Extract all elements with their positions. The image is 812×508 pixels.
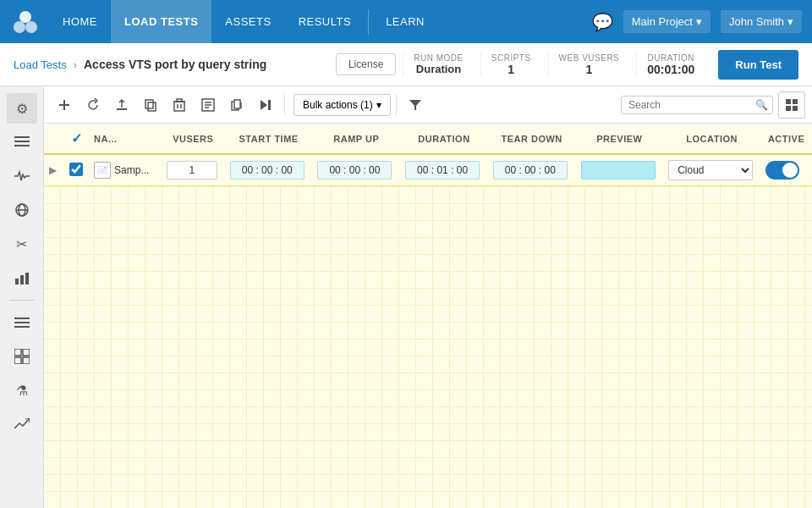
bulk-actions-dropdown-icon: ▾ xyxy=(376,99,381,111)
project-selector[interactable]: Main Project ▾ xyxy=(623,10,710,33)
table-row: ▶ 📄 Samp... xyxy=(44,154,812,186)
nav-right: 💬 Main Project ▾ John Smith ▾ xyxy=(592,10,802,33)
ramp-up-column-header: RAMP UP xyxy=(312,124,400,154)
view-toggle-button[interactable] xyxy=(778,91,805,119)
row-preview-cell xyxy=(576,154,664,186)
ramp-up-input[interactable] xyxy=(317,161,392,179)
svg-rect-32 xyxy=(234,100,240,108)
table-container: ✓ NA... VUSERS START TIME RAMP UP DURATI… xyxy=(44,124,812,508)
project-name: Main Project xyxy=(632,15,693,28)
sidebar-icon-list[interactable] xyxy=(7,127,37,157)
chat-icon[interactable]: 💬 xyxy=(592,12,613,32)
table-header-row: ✓ NA... VUSERS START TIME RAMP UP DURATI… xyxy=(44,124,812,154)
sidebar-icon-grid[interactable] xyxy=(7,341,37,372)
sidebar-icon-flask[interactable]: ⚗ xyxy=(7,375,37,406)
run-test-button[interactable]: Run Test xyxy=(718,50,798,80)
delete-button[interactable] xyxy=(166,91,193,119)
row-tear-down-cell xyxy=(488,154,576,186)
breadcrumb-parent[interactable]: Load Tests xyxy=(14,58,67,71)
sidebar-icon-layers[interactable] xyxy=(7,307,37,338)
copy-button[interactable] xyxy=(137,91,164,119)
script-button[interactable] xyxy=(195,91,222,119)
svg-rect-40 xyxy=(786,106,791,111)
location-column-header: LOCATION xyxy=(663,124,760,154)
scripts-value: 1 xyxy=(508,63,514,76)
duration-value: 00:01:00 xyxy=(647,63,694,76)
sidebar-icon-chart[interactable] xyxy=(7,262,37,293)
nav-assets[interactable]: ASSETS xyxy=(211,0,284,43)
active-toggle[interactable] xyxy=(765,161,799,179)
app-logo xyxy=(10,7,41,37)
load-tests-table: ✓ NA... VUSERS START TIME RAMP UP DURATI… xyxy=(44,124,812,186)
svg-marker-35 xyxy=(261,100,267,110)
breadcrumb-separator: › xyxy=(74,58,77,71)
nav-learn[interactable]: LEARN xyxy=(372,0,438,43)
toolbar-separator xyxy=(284,95,285,115)
svg-rect-36 xyxy=(268,100,271,110)
expand-column-header xyxy=(44,124,64,154)
checkbox-column-header: ✓ xyxy=(64,124,89,154)
web-vusers-value: 1 xyxy=(586,63,593,76)
top-navigation: HOME LOAD TESTS ASSETS RESULTS LEARN 💬 M… xyxy=(0,0,812,43)
start-time-column-header: START TIME xyxy=(225,124,313,154)
svg-rect-4 xyxy=(14,141,30,142)
paste-button[interactable] xyxy=(223,91,250,119)
nav-results[interactable]: RESULTS xyxy=(285,0,365,43)
row-expand-button[interactable]: ▶ xyxy=(49,164,57,176)
svg-rect-17 xyxy=(14,357,21,364)
content-area: Bulk actions (1) ▾ 🔍 xyxy=(44,86,812,508)
refresh-button[interactable] xyxy=(80,91,107,119)
user-name: John Smith xyxy=(729,15,784,28)
project-dropdown-icon: ▾ xyxy=(696,15,702,28)
breadcrumb-current: Access VTS port by query string xyxy=(84,58,266,71)
license-button[interactable]: License xyxy=(336,53,396,75)
row-ramp-up-cell xyxy=(312,154,400,186)
start-time-input[interactable] xyxy=(230,161,304,179)
main-layout: ⚙ ✂ ⚗ xyxy=(0,86,812,508)
filter-icon-button[interactable] xyxy=(402,91,429,119)
sidebar-icon-globe[interactable] xyxy=(7,195,37,225)
svg-rect-41 xyxy=(793,106,798,111)
svg-rect-3 xyxy=(14,136,30,138)
nav-links: HOME LOAD TESTS ASSETS RESULTS LEARN xyxy=(49,0,592,43)
duration-input[interactable] xyxy=(405,161,480,179)
active-column-header: ACTIVE xyxy=(760,124,812,154)
name-column-header: NA... xyxy=(89,124,162,154)
user-menu[interactable]: John Smith ▾ xyxy=(721,10,802,33)
script-type-icon: 📄 xyxy=(94,162,111,179)
svg-point-2 xyxy=(25,21,37,33)
toggle-slider xyxy=(765,161,799,179)
svg-rect-38 xyxy=(786,99,791,104)
row-expand-cell: ▶ xyxy=(44,154,64,186)
sidebar-icon-settings[interactable]: ⚙ xyxy=(7,93,37,124)
sidebar-icon-scissors[interactable]: ✂ xyxy=(7,229,37,259)
preview-input[interactable] xyxy=(581,161,656,179)
user-dropdown-icon: ▾ xyxy=(787,15,793,28)
tear-down-input[interactable] xyxy=(493,161,568,179)
svg-rect-9 xyxy=(15,279,19,284)
row-checkbox[interactable] xyxy=(69,163,83,176)
search-icon: 🔍 xyxy=(755,99,768,111)
add-button[interactable] xyxy=(51,91,78,119)
svg-point-1 xyxy=(14,21,25,33)
bulk-actions-button[interactable]: Bulk actions (1) ▾ xyxy=(294,94,391,116)
sidebar-divider xyxy=(9,300,35,301)
scripts-block: SCRIPTS 1 xyxy=(480,53,541,76)
search-input[interactable] xyxy=(628,99,755,111)
svg-marker-37 xyxy=(409,100,421,110)
vusers-input[interactable] xyxy=(167,161,217,179)
svg-rect-25 xyxy=(177,99,182,102)
row-location-cell: Cloud On-Premise xyxy=(663,154,760,186)
end-button[interactable] xyxy=(252,91,279,119)
run-mode-label: RUN MODE xyxy=(414,53,463,63)
preview-column-header: PREVIEW xyxy=(576,124,664,154)
web-vusers-label: WEB VUSERS xyxy=(559,53,620,63)
location-select[interactable]: Cloud On-Premise xyxy=(668,160,753,180)
sidebar-icon-trending[interactable] xyxy=(7,409,37,439)
upload-button[interactable] xyxy=(108,91,135,119)
toolbar: Bulk actions (1) ▾ 🔍 xyxy=(44,86,812,124)
nav-home[interactable]: HOME xyxy=(49,0,111,43)
breadcrumb-bar: Load Tests › Access VTS port by query st… xyxy=(0,43,812,86)
sidebar-icon-activity[interactable] xyxy=(7,161,37,191)
nav-load-tests[interactable]: LOAD TESTS xyxy=(111,0,211,43)
